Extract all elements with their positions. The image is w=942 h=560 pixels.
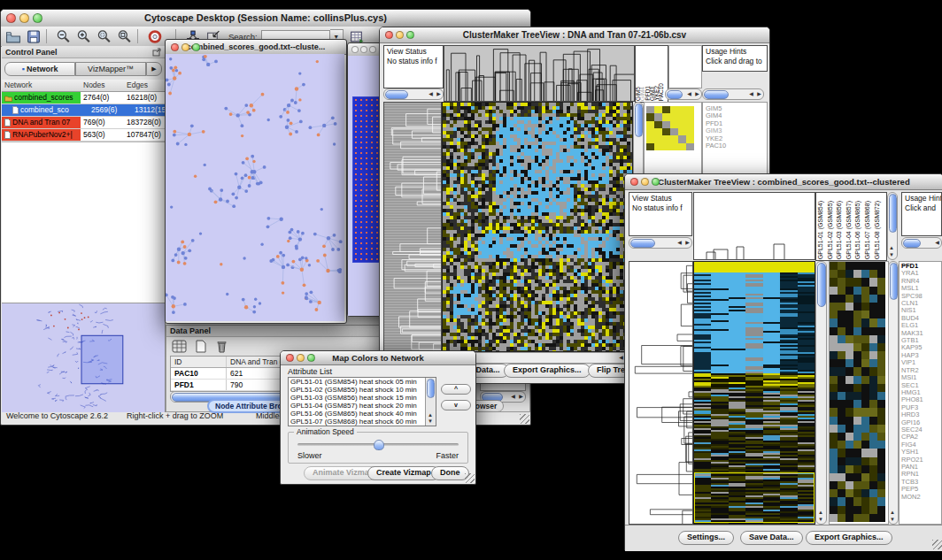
scroll-right-icon[interactable]: ▶: [517, 393, 525, 401]
close-icon[interactable]: [351, 46, 359, 53]
network-canvas[interactable]: [166, 54, 344, 321]
tab-network[interactable]: ▪ Network: [4, 62, 75, 76]
close-icon[interactable]: [630, 178, 638, 186]
scroll-left-icon[interactable]: ◀: [933, 239, 941, 247]
view-status-scrollbar[interactable]: ◀▶: [629, 237, 692, 249]
usage-hints-scrollbar[interactable]: ◀: [901, 237, 942, 249]
column-dendrogram[interactable]: [693, 192, 815, 260]
create-vizmap-button[interactable]: Create Vizmap: [367, 466, 440, 480]
zoom-fit-icon[interactable]: [117, 29, 133, 44]
resize-grip[interactable]: [465, 473, 475, 483]
table-row[interactable]: DNA and Tran 07 769(0) 183728(0): [2, 117, 165, 129]
scroll-left-icon[interactable]: ◀: [676, 239, 683, 247]
zoom-window-icon[interactable]: [192, 43, 200, 51]
treeview-button[interactable]: Save Data...: [740, 531, 803, 545]
attribute-list-scrollbar[interactable]: ▲ ▼: [425, 378, 436, 426]
float-panel-icon[interactable]: [152, 48, 161, 57]
attribute-grid-icon[interactable]: [172, 340, 187, 353]
row-dendrogram[interactable]: [383, 102, 442, 352]
birdseye-view[interactable]: [2, 303, 165, 412]
scroll-down-icon[interactable]: ▼: [428, 418, 433, 425]
attribute-list-item[interactable]: GPL51-03 (GSM856) heat shock 15 min: [289, 394, 425, 402]
resize-grip[interactable]: [520, 414, 529, 424]
save-icon[interactable]: [26, 29, 42, 44]
usage-hints-scrollbar[interactable]: ◀▶: [702, 88, 764, 100]
col-labels-vscrollbar[interactable]: ▲ ▼: [887, 192, 898, 260]
zoom-out-icon[interactable]: [56, 29, 72, 44]
network-table-header[interactable]: Network Nodes Edges: [2, 80, 165, 92]
scroll-left-icon[interactable]: ◀: [509, 393, 517, 401]
new-attribute-icon[interactable]: [193, 340, 208, 353]
col-label[interactable]: GPL51-07 (GSM868): [863, 201, 873, 259]
network-view-title-bar[interactable]: combined_scores_good.txt--cluste...: [166, 40, 346, 55]
zoom-heatmap[interactable]: [830, 262, 885, 522]
col-label[interactable]: GPL51-06 (GSM865): [853, 201, 863, 259]
zoom-selected-icon[interactable]: [97, 29, 112, 44]
col-label[interactable]: GPL51-01 (GSM854): [816, 201, 826, 259]
global-heatmap[interactable]: [693, 261, 815, 525]
zoom-window-icon[interactable]: [406, 31, 414, 39]
row-label[interactable]: MON2: [901, 494, 939, 501]
close-icon[interactable]: [385, 31, 393, 39]
zoom-window-icon[interactable]: [33, 13, 42, 23]
open-file-icon[interactable]: [5, 29, 21, 44]
move-down-button[interactable]: v: [441, 400, 471, 410]
col-label[interactable]: GPL51-03 (GSM856): [835, 201, 845, 259]
animation-slider-thumb[interactable]: [374, 440, 384, 450]
scroll-left-icon[interactable]: ◀: [747, 90, 755, 98]
table-row[interactable]: combined_scores 2764(0) 16218(0): [2, 92, 165, 104]
minimize-icon[interactable]: [297, 354, 305, 362]
zoom-hscrollbar[interactable]: ◀▶: [665, 88, 702, 100]
scroll-up-icon[interactable]: ▲: [428, 412, 433, 418]
minimize-icon[interactable]: [641, 178, 649, 186]
col-label[interactable]: PAC10: [659, 83, 663, 101]
close-icon[interactable]: [6, 13, 16, 23]
zoom-window-icon[interactable]: [652, 178, 660, 186]
treeview-button[interactable]: Export Graphics...: [504, 364, 591, 378]
scroll-left-icon[interactable]: ◀: [427, 90, 435, 98]
col-label[interactable]: GPL51-04 (GSM857): [845, 201, 854, 259]
done-button[interactable]: Done: [431, 466, 469, 480]
close-icon[interactable]: [286, 354, 294, 362]
attribute-list-item[interactable]: GPL51-06 (GSM865) heat shock 40 min: [289, 410, 425, 418]
row-dendrogram[interactable]: [629, 261, 693, 525]
treeview1-title-bar[interactable]: ClusterMaker TreeView : DNA and Tran 07-…: [380, 27, 769, 43]
zoom-heatmap[interactable]: [646, 106, 694, 150]
minimize-icon[interactable]: [360, 46, 367, 53]
scroll-down-icon[interactable]: ▼: [890, 517, 895, 523]
scroll-right-icon[interactable]: ▶: [435, 90, 443, 98]
scroll-right-icon[interactable]: ▶: [755, 90, 763, 98]
tab-overflow-icon[interactable]: ▶: [146, 62, 162, 76]
zoom-window-icon[interactable]: [307, 354, 315, 362]
scroll-down-icon[interactable]: ▼: [818, 517, 823, 523]
view-status-scrollbar[interactable]: ◀▶: [383, 88, 444, 100]
column-dendrogram[interactable]: [444, 45, 635, 102]
attribute-list-item[interactable]: GPL51-02 (GSM855) heat shock 10 min: [289, 386, 425, 394]
scroll-right-icon[interactable]: ▶: [693, 90, 701, 98]
zoom-window-icon[interactable]: [369, 46, 376, 53]
move-up-button[interactable]: ^: [441, 384, 471, 395]
minimize-icon[interactable]: [181, 43, 189, 51]
attribute-list-item[interactable]: GPL51-04 (GSM857) heat shock 20 min: [289, 402, 425, 410]
tab-vizmapper[interactable]: VizMapper™: [75, 62, 146, 76]
scroll-left-icon[interactable]: ◀: [685, 90, 693, 98]
main-title-bar[interactable]: Cytoscape Desktop (Session Name: collins…: [1, 10, 530, 27]
table-row-selected[interactable]: combined_sco 2569(6) 13112(15): [2, 104, 165, 117]
scroll-up-icon[interactable]: ▲: [818, 510, 823, 516]
close-icon[interactable]: [171, 43, 179, 51]
treeview-button[interactable]: Export Graphics...: [806, 531, 892, 545]
treeview-button[interactable]: Settings...: [678, 531, 734, 545]
global-heatmap[interactable]: [442, 102, 633, 352]
minimize-icon[interactable]: [19, 13, 29, 23]
col-label[interactable]: GPL51-02 (GSM855): [826, 201, 836, 259]
resize-grip[interactable]: [932, 540, 942, 549]
zoom-in-icon[interactable]: [76, 29, 92, 44]
help-icon[interactable]: [147, 29, 163, 44]
scroll-down-icon[interactable]: ▼: [889, 252, 894, 258]
treeview2-title-bar[interactable]: ClusterMaker TreeView : combined_scores_…: [625, 174, 942, 190]
heatmap-vscrollbar[interactable]: ▲ ▼: [815, 261, 827, 525]
table-row[interactable]: RNAPuberNov2+| 563(0) 107847(0): [2, 129, 165, 142]
zoom-vscrollbar[interactable]: ▲ ▼: [888, 261, 899, 525]
attribute-list-item[interactable]: GPL51-01 (GSM854) heat shock 05 min: [289, 378, 425, 386]
export-table-icon[interactable]: [349, 29, 365, 44]
